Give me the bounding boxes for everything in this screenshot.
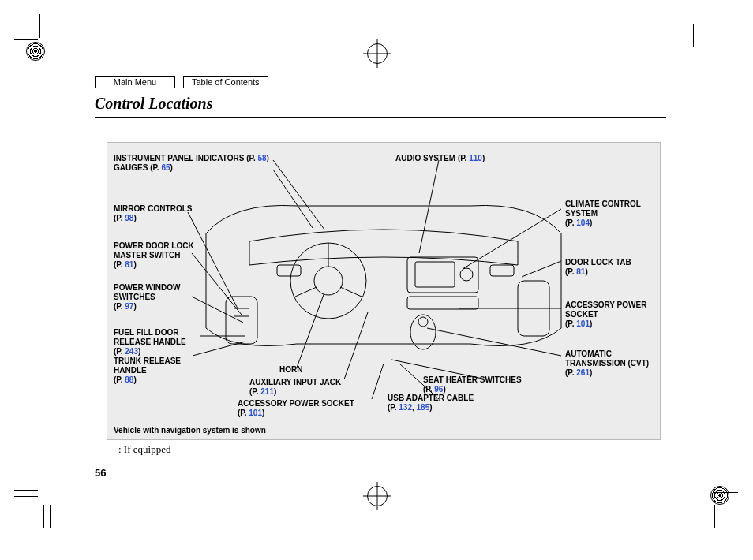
page-number: 56 <box>95 467 106 479</box>
page-link[interactable]: 243 <box>125 347 138 356</box>
diagram-footnote: Vehicle with navigation system is shown <box>114 426 266 435</box>
callout-acc-socket-left: ACCESSORY POWER SOCKET (P. 101) <box>238 399 380 418</box>
callout-acc-socket-right: ACCESSORY POWER SOCKET (P. 101) <box>565 301 660 329</box>
page-link[interactable]: 65 <box>161 163 170 172</box>
registration-mark-icon <box>367 486 388 506</box>
callout-seat-heater: SEAT HEATER SWITCHES (P. 96) <box>423 375 549 394</box>
callout-usb: USB ADAPTER CABLE (P. 132, 185) <box>388 394 498 413</box>
callout-auto-trans: AUTOMATIC TRANSMISSION (CVT) (P. 261) <box>565 349 660 378</box>
svg-line-3 <box>295 287 317 297</box>
page-link[interactable]: 110 <box>469 154 482 162</box>
svg-rect-15 <box>277 265 301 276</box>
svg-rect-8 <box>407 297 478 309</box>
page-link[interactable]: 185 <box>417 403 430 412</box>
svg-line-27 <box>372 364 384 399</box>
dashboard-illustration <box>202 186 565 368</box>
title-rule <box>95 117 666 118</box>
callout-aux-jack: AUXILIARY INPUT JACK (P. 211) <box>249 378 360 397</box>
registration-mark-icon <box>26 42 45 61</box>
main-menu-button[interactable]: Main Menu <box>95 76 175 88</box>
callout-mirror: MIRROR CONTROLS (P. 98) <box>114 204 200 223</box>
callout-climate: CLIMATE CONTROL SYSTEM (P. 104) <box>565 200 652 228</box>
page-link[interactable]: 98 <box>125 214 133 222</box>
svg-rect-14 <box>518 281 549 336</box>
callout-audio: AUDIO SYSTEM (P. 110) <box>395 154 485 163</box>
page-link[interactable]: 104 <box>576 218 590 227</box>
svg-line-4 <box>340 287 362 297</box>
page-link[interactable]: 96 <box>434 385 443 394</box>
svg-rect-11 <box>226 297 257 344</box>
page-link[interactable]: 261 <box>576 368 590 377</box>
registration-mark-icon <box>710 486 729 505</box>
registration-mark-icon <box>367 43 388 64</box>
callout-door-lock-master: POWER DOOR LOCK MASTER SWITCH (P. 81) <box>114 241 208 270</box>
callout-door-lock-tab: DOOR LOCK TAB (P. 81) <box>565 258 652 277</box>
page-link[interactable]: 81 <box>125 260 133 269</box>
page-link[interactable]: 101 <box>249 409 262 417</box>
callout-horn: HORN <box>279 365 302 375</box>
svg-point-1 <box>314 267 343 295</box>
diagram-panel: INSTRUMENT PANEL INDICATORS (P. 58) GAUG… <box>107 142 661 440</box>
svg-rect-6 <box>415 262 455 287</box>
toc-button[interactable]: Table of Contents <box>183 76 268 88</box>
page-link[interactable]: 88 <box>125 375 133 384</box>
callout-fuel-trunk: FUEL FILL DOOR RELEASE HANDLE (P. 243) T… <box>114 328 208 385</box>
page-link[interactable]: 97 <box>125 302 133 311</box>
svg-point-7 <box>460 268 473 281</box>
callout-power-window: POWER WINDOW SWITCHES (P. 97) <box>114 283 193 312</box>
page-link[interactable]: 101 <box>576 319 590 328</box>
svg-point-10 <box>418 317 428 327</box>
page-link[interactable]: 81 <box>576 267 585 276</box>
page-title: Control Locations <box>95 95 212 113</box>
svg-rect-16 <box>490 265 514 276</box>
page-link[interactable]: 58 <box>257 154 266 162</box>
page-link[interactable]: 132 <box>399 403 412 412</box>
page-link[interactable]: 211 <box>260 387 274 396</box>
if-equipped-note: : If equipped <box>118 443 170 456</box>
callout-instrument-panel: INSTRUMENT PANEL INDICATORS (P. 58) GAUG… <box>114 154 269 173</box>
